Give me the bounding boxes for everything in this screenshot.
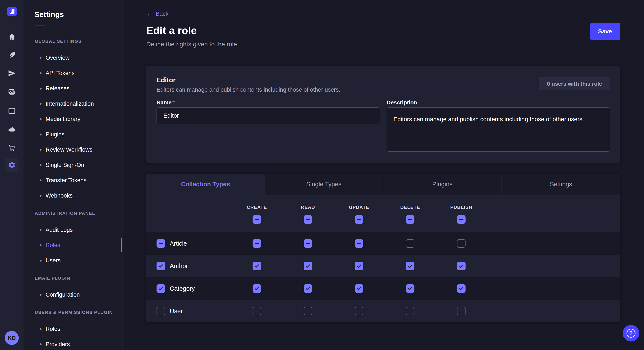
description-textarea[interactable]: Editors can manage and publish contents … xyxy=(387,107,610,152)
sidebar-item-label: Webhooks xyxy=(46,192,72,199)
checkbox-checked[interactable] xyxy=(252,262,261,270)
cloud-icon[interactable] xyxy=(5,123,18,136)
tab-settings[interactable]: Settings xyxy=(502,174,620,194)
permission-row-article[interactable]: Article xyxy=(146,232,620,255)
tab-plugins[interactable]: Plugins xyxy=(383,174,502,194)
checkbox-checked[interactable] xyxy=(355,262,363,270)
checkbox-checked[interactable] xyxy=(457,262,466,270)
permission-cell xyxy=(282,307,334,315)
checkbox-checked[interactable] xyxy=(252,284,261,293)
checkbox-indeterminate[interactable] xyxy=(304,215,312,224)
checkbox-unchecked[interactable] xyxy=(355,307,363,315)
help-button[interactable]: ? xyxy=(623,325,639,342)
checkbox-checked[interactable] xyxy=(304,284,312,293)
cart-icon[interactable] xyxy=(5,141,18,155)
rail-divider-bottom xyxy=(0,326,23,326)
sidebar-item-roles[interactable]: Roles xyxy=(24,321,122,337)
sidebar-item-roles[interactable]: Roles xyxy=(24,237,122,253)
sidebar-item-users[interactable]: Users xyxy=(24,253,122,268)
sidebar-item-media-library[interactable]: Media Library xyxy=(24,111,122,127)
row-label: Category xyxy=(170,285,195,292)
checkbox-unchecked[interactable] xyxy=(304,307,312,315)
sidebar-item-review-workflows[interactable]: Review Workflows xyxy=(24,142,122,157)
strapi-logo[interactable] xyxy=(7,6,17,16)
checkbox-unchecked[interactable] xyxy=(457,307,466,315)
checkbox-indeterminate[interactable] xyxy=(252,215,261,224)
permissions-panel: Collection TypesSingle TypesPluginsSetti… xyxy=(146,174,620,322)
checkbox-unchecked[interactable] xyxy=(252,307,261,315)
checkbox-indeterminate[interactable] xyxy=(304,239,312,248)
permission-cell xyxy=(384,284,436,293)
sidebar-item-releases[interactable]: Releases xyxy=(24,81,122,96)
users-with-role-button[interactable]: 0 users with this role xyxy=(539,77,610,90)
sidebar-item-api-tokens[interactable]: API Tokens xyxy=(24,65,122,81)
checkbox-indeterminate[interactable] xyxy=(355,215,363,224)
checkbox-unchecked[interactable] xyxy=(406,239,414,248)
permissions-tabs: Collection TypesSingle TypesPluginsSetti… xyxy=(146,174,620,194)
sidebar-item-transfer-tokens[interactable]: Transfer Tokens xyxy=(24,173,122,188)
permission-row-author[interactable]: Author xyxy=(146,255,620,277)
bullet-icon xyxy=(40,294,42,296)
checkbox-indeterminate[interactable] xyxy=(156,239,165,248)
rail-divider-top xyxy=(0,24,23,24)
sidebar-item-label: Audit Logs xyxy=(46,227,73,233)
sidebar-item-plugins[interactable]: Plugins xyxy=(24,127,122,142)
checkbox-unchecked[interactable] xyxy=(457,239,466,248)
description-field-group: Description Editors can manage and publi… xyxy=(387,99,610,153)
permission-row-category[interactable]: Category xyxy=(146,277,620,300)
nav-section-header: GLOBAL SETTINGS xyxy=(24,34,122,49)
avatar[interactable]: KD xyxy=(5,331,19,345)
sidebar-item-webhooks[interactable]: Webhooks xyxy=(24,188,122,203)
row-label: Article xyxy=(170,240,187,247)
pictures-icon[interactable] xyxy=(5,85,18,99)
tab-single-types[interactable]: Single Types xyxy=(265,174,383,194)
header-spacer xyxy=(146,204,231,232)
bullet-icon xyxy=(40,134,42,136)
tab-collection-types[interactable]: Collection Types xyxy=(146,174,265,194)
back-arrow-icon: ← xyxy=(146,11,153,17)
layout-icon[interactable] xyxy=(5,104,18,118)
checkbox-checked[interactable] xyxy=(406,262,414,270)
column-label: CREATE xyxy=(247,204,267,210)
checkbox-checked[interactable] xyxy=(156,284,165,293)
back-label: Back xyxy=(156,11,168,17)
gear-icon[interactable] xyxy=(5,158,18,172)
permission-cell xyxy=(436,284,487,293)
indeterminate-dash-icon xyxy=(159,243,163,244)
sidebar-item-label: Releases xyxy=(46,85,70,92)
checkbox-indeterminate[interactable] xyxy=(355,239,363,248)
sidebar-item-overview[interactable]: Overview xyxy=(24,50,122,65)
permission-cell xyxy=(436,262,487,270)
row-label-area: Category xyxy=(146,284,231,293)
checkbox-indeterminate[interactable] xyxy=(406,215,414,224)
checkbox-indeterminate[interactable] xyxy=(457,215,466,224)
checkbox-checked[interactable] xyxy=(457,284,466,293)
checkbox-checked[interactable] xyxy=(355,284,363,293)
checkbox-unchecked[interactable] xyxy=(156,307,165,315)
sidebar-item-configuration[interactable]: Configuration xyxy=(24,287,122,302)
sidebar-item-internationalization[interactable]: Internationalization xyxy=(24,96,122,111)
checkbox-checked[interactable] xyxy=(304,262,312,270)
back-link[interactable]: ← Back xyxy=(146,11,168,17)
page-title: Edit a role xyxy=(146,24,620,36)
sidebar-item-audit-logs[interactable]: Audit Logs xyxy=(24,222,122,237)
sidebar-item-single-sign-on[interactable]: Single Sign-On xyxy=(24,157,122,173)
save-button[interactable]: Save xyxy=(590,23,620,40)
feather-icon[interactable] xyxy=(5,48,18,62)
home-icon[interactable] xyxy=(5,30,18,43)
question-mark-icon: ? xyxy=(626,329,636,338)
check-icon xyxy=(407,286,413,292)
checkbox-unchecked[interactable] xyxy=(406,307,414,315)
sidebar-item-label: Plugins xyxy=(46,131,64,138)
required-asterisk: * xyxy=(172,99,175,106)
bullet-icon xyxy=(40,164,42,166)
bullet-icon xyxy=(40,328,42,330)
sidebar-item-providers[interactable]: Providers xyxy=(24,337,122,350)
sidebar-item-label: Single Sign-On xyxy=(46,162,84,169)
paper-plane-icon[interactable] xyxy=(5,66,18,80)
checkbox-checked[interactable] xyxy=(156,262,165,270)
checkbox-checked[interactable] xyxy=(406,284,414,293)
permission-row-user[interactable]: User xyxy=(146,300,620,322)
checkbox-indeterminate[interactable] xyxy=(252,239,261,248)
name-input[interactable] xyxy=(156,107,380,124)
